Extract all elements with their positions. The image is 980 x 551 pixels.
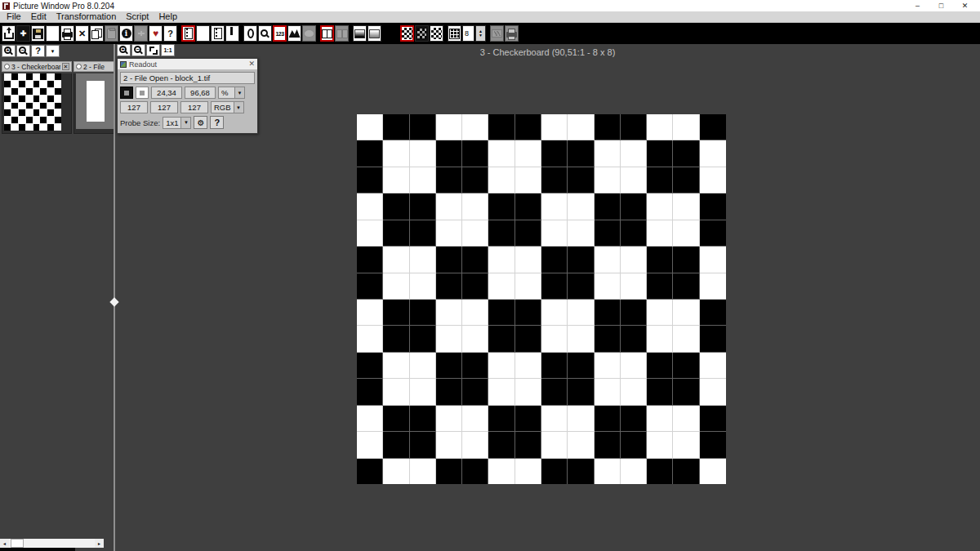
filmstrip-button[interactable] bbox=[211, 25, 225, 42]
probe-swatch-white-button[interactable] bbox=[136, 87, 149, 99]
checker-cell bbox=[4, 124, 11, 131]
zoom-in-button[interactable]: + bbox=[117, 44, 131, 56]
readout-titlebar[interactable]: Readout ✕ bbox=[118, 59, 257, 69]
scroll-left-button[interactable]: ◄ bbox=[0, 539, 9, 548]
minimize-button[interactable]: – bbox=[906, 0, 929, 11]
horizontal-scrollbar[interactable]: ◄ ► bbox=[0, 539, 104, 548]
help-button[interactable]: ? bbox=[163, 25, 177, 42]
size-stepper[interactable]: ▲▼ bbox=[475, 25, 486, 42]
stepper-down-icon[interactable]: ▼ bbox=[479, 33, 483, 38]
close-button[interactable]: ✕ bbox=[953, 0, 977, 11]
readout-colorspace-select[interactable]: RGB ▼ bbox=[211, 101, 244, 113]
thumbnail-card-checkerboard[interactable]: 3 - Checkerboard ✕ bbox=[2, 61, 72, 134]
file-thumbnail[interactable] bbox=[76, 73, 114, 129]
palette-button[interactable] bbox=[302, 25, 316, 42]
copy-icon bbox=[91, 29, 102, 39]
size-value[interactable]: 8 bbox=[462, 25, 474, 42]
thumbnail-radio[interactable] bbox=[76, 64, 82, 69]
readout-close-icon[interactable]: ✕ bbox=[248, 60, 255, 68]
paste-button[interactable] bbox=[105, 25, 118, 42]
thumbnail-card-file[interactable]: 2 - File ✕ bbox=[74, 61, 114, 134]
zoom-out-button[interactable]: − bbox=[131, 44, 145, 56]
fit-window-button[interactable] bbox=[146, 44, 160, 56]
scroll-right-button[interactable]: ► bbox=[95, 539, 104, 548]
chevron-down-icon[interactable]: ▼ bbox=[180, 117, 191, 129]
readout-source-select[interactable]: 2 - File Open - block_1.tif bbox=[120, 72, 255, 84]
chevron-down-icon[interactable]: ▼ bbox=[234, 101, 244, 113]
readout-help-button[interactable]: ? bbox=[210, 116, 224, 129]
gradient-light-button[interactable] bbox=[368, 25, 381, 42]
adjust-button[interactable] bbox=[134, 25, 148, 42]
checker-cell bbox=[568, 247, 594, 273]
actual-size-button[interactable]: 1:1 bbox=[161, 44, 175, 56]
browse-window-button[interactable] bbox=[181, 25, 195, 42]
menu-item-file[interactable]: File bbox=[2, 11, 26, 22]
checker-cell bbox=[462, 273, 488, 300]
panel-zoom-out-button[interactable]: − bbox=[16, 45, 30, 57]
checker-cell bbox=[4, 109, 11, 116]
menu-item-help[interactable]: Help bbox=[154, 11, 182, 22]
checker-cell bbox=[19, 109, 25, 116]
checker-cell bbox=[47, 96, 54, 102]
readout-button[interactable]: 123 bbox=[273, 25, 287, 42]
thumbnail-body bbox=[2, 73, 72, 134]
checker-cell bbox=[410, 326, 436, 352]
checkerboard-image[interactable] bbox=[357, 114, 726, 484]
menu-item-edit[interactable]: Edit bbox=[26, 11, 51, 22]
menu-item-transformation[interactable]: Transformation bbox=[51, 11, 122, 22]
checker-on-white-button[interactable] bbox=[430, 25, 443, 42]
checker-cell bbox=[55, 103, 61, 109]
toolbar-group-display bbox=[353, 25, 381, 42]
checker-on-black-button[interactable] bbox=[415, 25, 429, 42]
file-thumbnail-image bbox=[87, 81, 105, 122]
checkerboard-thumbnail[interactable] bbox=[4, 73, 61, 131]
new-image-button[interactable]: ✚ bbox=[16, 25, 30, 42]
blank-button[interactable] bbox=[46, 25, 60, 42]
menu-item-script[interactable]: Script bbox=[121, 11, 154, 22]
readout-settings-button[interactable]: ⚙ bbox=[194, 116, 207, 129]
checker-cell bbox=[357, 353, 383, 379]
open-image-button[interactable] bbox=[2, 25, 16, 42]
info-button[interactable]: i bbox=[119, 25, 133, 42]
panel-zoom-in-button[interactable]: + bbox=[2, 45, 16, 57]
chevron-down-icon[interactable]: ▼ bbox=[234, 87, 245, 99]
print-button[interactable] bbox=[60, 25, 74, 42]
checker-transparent-button[interactable] bbox=[400, 25, 414, 42]
split-view-button[interactable] bbox=[320, 25, 334, 42]
restore-button[interactable]: □ bbox=[929, 0, 953, 11]
checker-cell bbox=[11, 103, 18, 109]
probe-swatch-black-button[interactable] bbox=[120, 87, 133, 99]
blank-button-2[interactable] bbox=[196, 25, 210, 42]
histogram-button[interactable] bbox=[287, 25, 301, 42]
print-2-button[interactable] bbox=[505, 25, 519, 42]
split-view-2-button[interactable] bbox=[335, 25, 349, 42]
probe-tool-button[interactable] bbox=[243, 25, 257, 42]
checker-cell bbox=[621, 167, 647, 193]
filmstrip-pane-button[interactable] bbox=[225, 25, 239, 42]
thumbnail-radio[interactable] bbox=[4, 64, 10, 69]
chart-button[interactable] bbox=[490, 25, 504, 42]
thumbnail-close-icon[interactable]: ✕ bbox=[62, 63, 69, 70]
readout-body: 2 - File Open - block_1.tif 24,34 96,68 … bbox=[118, 69, 257, 133]
checker-cell bbox=[4, 96, 11, 102]
readout-unit-select[interactable]: % ▼ bbox=[218, 87, 245, 99]
panel-menu-button[interactable]: ▼ bbox=[46, 45, 60, 57]
probe-size-select[interactable]: 1x1 ▼ bbox=[163, 117, 191, 129]
checker-cell bbox=[19, 117, 25, 123]
scrollbar-thumb[interactable] bbox=[11, 539, 24, 548]
checker-icon bbox=[431, 28, 442, 39]
checker-cell bbox=[55, 88, 61, 95]
zoom-tool-button[interactable] bbox=[258, 25, 272, 42]
favorites-button[interactable]: ♥ bbox=[149, 25, 163, 42]
probe-size-value: 1x1 bbox=[163, 117, 180, 129]
checker-cell bbox=[541, 300, 568, 326]
gradient-dark-button[interactable] bbox=[353, 25, 367, 42]
checker-cell bbox=[462, 432, 488, 458]
close-image-button[interactable]: ✕ bbox=[75, 25, 89, 42]
grid-button[interactable] bbox=[448, 25, 461, 42]
panel-help-button[interactable]: ? bbox=[31, 45, 45, 57]
save-button[interactable] bbox=[31, 25, 45, 42]
scrollbar-track[interactable] bbox=[9, 539, 95, 548]
checker-cell bbox=[541, 193, 568, 220]
copy-button[interactable] bbox=[90, 25, 104, 42]
